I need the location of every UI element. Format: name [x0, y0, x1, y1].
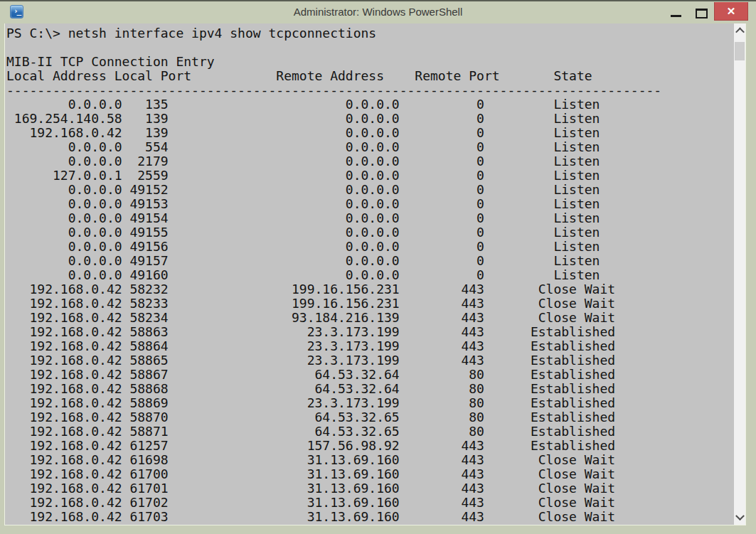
chevron-down-icon [735, 511, 745, 520]
connection-row: 0.0.0.0 49156 0.0.0.0 0 Listen [6, 240, 733, 254]
connection-row: 192.168.0.42 61703 31.13.69.160 443 Clos… [6, 510, 733, 524]
connection-row: 0.0.0.0 49152 0.0.0.0 0 Listen [6, 183, 733, 197]
scroll-up-button[interactable] [734, 23, 745, 38]
connection-row: 0.0.0.0 2179 0.0.0.0 0 Listen [6, 154, 733, 169]
window-title: Administrator: Windows PowerShell [0, 6, 756, 18]
minimize-button[interactable] [663, 2, 688, 21]
powershell-window: Administrator: Windows PowerShell ✕ PS C… [0, 0, 756, 534]
section-title-line: MIB-II TCP Connection Entry [6, 55, 733, 69]
scrollbar-thumb[interactable] [735, 42, 745, 60]
close-icon: ✕ [727, 2, 736, 20]
chevron-up-icon [735, 27, 745, 36]
command-line: PS C:\> netsh interface ipv4 show tcpcon… [6, 26, 733, 41]
connection-row: 0.0.0.0 49155 0.0.0.0 0 Listen [6, 225, 733, 240]
connection-row: 192.168.0.42 58870 64.53.32.65 80 Establ… [6, 410, 733, 424]
connection-row: 127.0.0.1 2559 0.0.0.0 0 Listen [6, 169, 733, 183]
window-controls: ✕ [663, 2, 748, 21]
connection-row: 192.168.0.42 58871 64.53.32.65 80 Establ… [6, 424, 733, 439]
connection-row: 192.168.0.42 61702 31.13.69.160 443 Clos… [6, 496, 733, 510]
close-button[interactable]: ✕ [714, 2, 748, 21]
connection-row: 0.0.0.0 49153 0.0.0.0 0 Listen [6, 197, 733, 211]
console-output[interactable]: PS C:\> netsh interface ipv4 show tcpcon… [5, 23, 733, 525]
connection-row: 192.168.0.42 58232 199.16.156.231 443 Cl… [6, 282, 733, 297]
minimize-icon [671, 15, 681, 17]
connection-row: 192.168.0.42 61700 31.13.69.160 443 Clos… [6, 467, 733, 481]
maximize-button[interactable] [688, 2, 714, 21]
connection-row: 0.0.0.0 49154 0.0.0.0 0 Listen [6, 211, 733, 225]
connection-row: 169.254.140.58 139 0.0.0.0 0 Listen [6, 112, 733, 126]
connection-row: 192.168.0.42 61257 157.56.98.92 443 Esta… [6, 439, 733, 453]
connection-row: 0.0.0.0 554 0.0.0.0 0 Listen [6, 140, 733, 154]
connection-row: 192.168.0.42 58233 199.16.156.231 443 Cl… [6, 297, 733, 311]
connection-row: 192.168.0.42 139 0.0.0.0 0 Listen [6, 126, 733, 140]
separator-line: ----------------------------------------… [6, 83, 733, 97]
connection-row: 192.168.0.42 58863 23.3.173.199 443 Esta… [6, 325, 733, 339]
title-bar[interactable]: Administrator: Windows PowerShell ✕ [0, 1, 756, 23]
connection-row: 192.168.0.42 58864 23.3.173.199 443 Esta… [6, 339, 733, 353]
connection-rows: 0.0.0.0 135 0.0.0.0 0 Listen 169.254.140… [6, 97, 733, 524]
vertical-scrollbar[interactable] [734, 23, 745, 525]
connection-row: 192.168.0.42 58868 64.53.32.64 80 Establ… [6, 382, 733, 396]
column-header-line: Local Address Local Port Remote Address … [6, 69, 733, 83]
maximize-icon [696, 9, 708, 18]
connection-row: 192.168.0.42 58865 23.3.173.199 443 Esta… [6, 353, 733, 368]
connection-row: 192.168.0.42 58234 93.184.216.139 443 Cl… [6, 311, 733, 325]
connection-row: 192.168.0.42 61698 31.13.69.160 443 Clos… [6, 453, 733, 467]
console-client-area: PS C:\> netsh interface ipv4 show tcpcon… [4, 23, 746, 525]
connection-row: 192.168.0.42 61701 31.13.69.160 443 Clos… [6, 481, 733, 496]
blank-line [6, 41, 733, 55]
connection-row: 0.0.0.0 135 0.0.0.0 0 Listen [6, 97, 733, 112]
scroll-down-button[interactable] [734, 511, 745, 525]
connection-row: 192.168.0.42 58867 64.53.32.64 80 Establ… [6, 368, 733, 382]
connection-row: 0.0.0.0 49157 0.0.0.0 0 Listen [6, 254, 733, 268]
connection-row: 0.0.0.0 49160 0.0.0.0 0 Listen [6, 268, 733, 282]
connection-row: 192.168.0.42 58869 23.3.173.199 80 Estab… [6, 396, 733, 410]
